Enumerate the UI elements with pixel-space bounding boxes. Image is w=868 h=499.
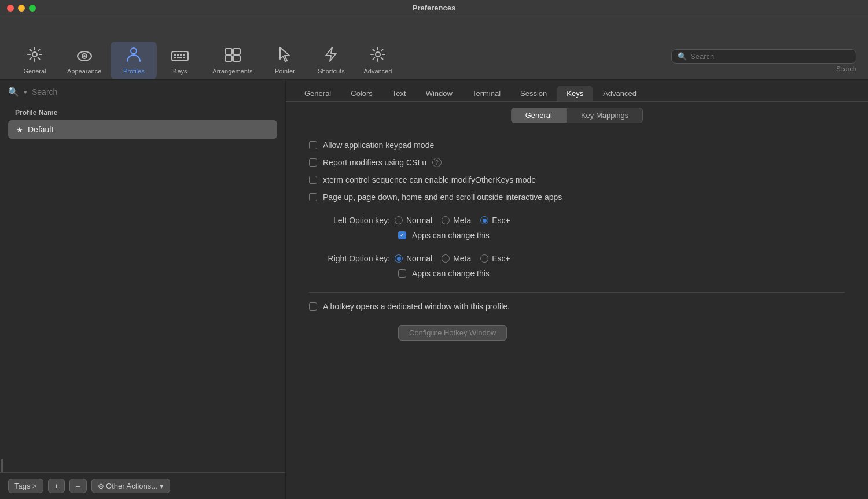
sub-tab-general[interactable]: General [511, 108, 567, 123]
toolbar-item-shortcuts-label: Shortcuts [318, 68, 344, 75]
remove-profile-button[interactable]: – [69, 479, 86, 493]
checkbox-row-xterm: xterm control sequence can enable modify… [309, 175, 845, 184]
left-option-esc[interactable]: Esc+ [480, 216, 510, 225]
toolbar-icons: General Appearance Profiles [0, 42, 671, 79]
divider [309, 292, 845, 293]
hotkey-window-checkbox[interactable] [309, 302, 317, 311]
lightning-icon [325, 46, 337, 65]
toolbar-item-keys[interactable]: Keys [157, 45, 203, 79]
svg-rect-8 [180, 54, 182, 56]
left-option-row: Left Option key: Normal Meta [309, 216, 845, 225]
tab-general[interactable]: General [295, 86, 340, 101]
left-option-normal-radio[interactable] [395, 216, 403, 224]
toolbar-item-general[interactable]: General [12, 42, 58, 79]
person-icon [126, 46, 141, 65]
toolbar-search-field[interactable]: 🔍 [671, 49, 856, 64]
toolbar-item-advanced-label: Advanced [363, 68, 392, 75]
add-profile-button[interactable]: + [48, 479, 65, 493]
minimize-button[interactable] [18, 5, 25, 12]
left-option-normal[interactable]: Normal [395, 216, 432, 225]
left-option-esc-radio[interactable] [480, 216, 488, 224]
resize-handle[interactable] [0, 459, 5, 472]
main-tabs: General Colors Text Window Terminal Sess… [286, 80, 868, 102]
settings-content: Allow application keypad mode Report mod… [286, 129, 868, 499]
svg-rect-12 [183, 57, 185, 58]
left-option-section: Left Option key: Normal Meta [309, 216, 845, 240]
right-apps-change-checkbox[interactable] [398, 269, 406, 278]
tab-session[interactable]: Session [511, 86, 556, 101]
svg-rect-14 [233, 49, 240, 54]
svg-rect-10 [174, 57, 176, 58]
tab-colors[interactable]: Colors [341, 86, 382, 101]
profile-item-label: Default [28, 125, 53, 134]
toolbar-item-advanced[interactable]: Advanced [354, 42, 401, 79]
traffic-lights[interactable] [7, 5, 36, 12]
left-apps-change-label: Apps can change this [412, 231, 490, 240]
svg-point-17 [376, 52, 380, 57]
svg-rect-13 [225, 49, 232, 54]
allow-keypad-label: Allow application keypad mode [323, 141, 434, 150]
tab-terminal[interactable]: Terminal [463, 86, 510, 101]
toolbar-search-label: Search [836, 65, 856, 72]
title-bar: Preferences [0, 0, 868, 16]
help-icon[interactable]: ? [432, 158, 442, 167]
svg-rect-9 [183, 54, 185, 56]
tab-keys[interactable]: Keys [557, 86, 593, 101]
svg-point-4 [131, 48, 137, 54]
xterm-control-checkbox[interactable] [309, 176, 317, 184]
tags-button[interactable]: Tags > [8, 479, 43, 493]
other-actions-button[interactable]: ⊕ Other Actions... ▾ [91, 479, 171, 493]
toolbar-search-input[interactable] [690, 52, 850, 61]
svg-rect-11 [177, 57, 182, 58]
left-apps-change-row: Apps can change this [398, 231, 845, 240]
svg-rect-15 [225, 56, 232, 61]
right-option-esc-radio[interactable] [480, 254, 488, 263]
right-option-row: Right Option key: Normal Meta [309, 254, 845, 263]
toolbar-item-profiles-label: Profiles [123, 68, 145, 75]
checkboxes-section: Allow application keypad mode Report mod… [309, 141, 845, 202]
toolbar-search-wrapper: 🔍 Search [671, 21, 868, 79]
maximize-button[interactable] [29, 5, 36, 12]
right-option-meta[interactable]: Meta [442, 254, 471, 263]
tab-text[interactable]: Text [383, 86, 415, 101]
other-actions-arrow: ▾ [160, 482, 164, 490]
tab-advanced[interactable]: Advanced [594, 86, 646, 101]
page-scroll-checkbox[interactable] [309, 193, 317, 201]
profile-list-header: Profile Name [8, 104, 277, 120]
toolbar-item-appearance-label: Appearance [67, 68, 101, 75]
sub-tabs: General Key Mappings [286, 102, 868, 129]
sidebar-search-icon: 🔍 [8, 87, 19, 97]
left-option-meta[interactable]: Meta [442, 216, 471, 225]
keyboard-icon [171, 50, 189, 65]
right-option-meta-radio[interactable] [442, 254, 450, 263]
left-option-normal-label: Normal [406, 216, 432, 225]
search-icon: 🔍 [678, 52, 687, 61]
allow-keypad-checkbox[interactable] [309, 141, 317, 149]
right-option-normal[interactable]: Normal [395, 254, 432, 263]
toolbar-item-pointer[interactable]: Pointer [262, 42, 308, 79]
checkbox-row-page-scroll: Page up, page down, home and end scroll … [309, 193, 845, 202]
toolbar-item-appearance[interactable]: Appearance [58, 45, 111, 79]
left-option-esc-label: Esc+ [492, 216, 510, 225]
left-option-meta-radio[interactable] [442, 216, 450, 224]
checkbox-row-keypad: Allow application keypad mode [309, 141, 845, 150]
toolbar-item-shortcuts[interactable]: Shortcuts [308, 42, 354, 79]
profile-item-default[interactable]: ★ Default [8, 120, 277, 139]
arrangements-icon [224, 47, 241, 65]
sidebar-search-input[interactable] [32, 87, 277, 97]
toolbar-item-profiles[interactable]: Profiles [111, 42, 157, 79]
left-option-radio-group: Normal Meta Esc+ [395, 216, 510, 225]
close-button[interactable] [7, 5, 14, 12]
toolbar-item-arrangements[interactable]: Arrangements [203, 43, 262, 79]
left-apps-change-checkbox[interactable] [398, 231, 406, 239]
gear-icon [27, 46, 43, 65]
configure-hotkey-button[interactable]: Configure Hotkey Window [398, 325, 507, 341]
tab-window[interactable]: Window [417, 86, 462, 101]
report-modifiers-checkbox[interactable] [309, 158, 317, 167]
right-option-normal-radio[interactable] [395, 254, 403, 263]
sub-tab-key-mappings[interactable]: Key Mappings [567, 108, 643, 123]
right-option-normal-label: Normal [406, 254, 432, 263]
right-option-esc[interactable]: Esc+ [480, 254, 510, 263]
sidebar-footer: Tags > + – ⊕ Other Actions... ▾ [0, 472, 285, 499]
right-option-esc-label: Esc+ [492, 254, 510, 263]
